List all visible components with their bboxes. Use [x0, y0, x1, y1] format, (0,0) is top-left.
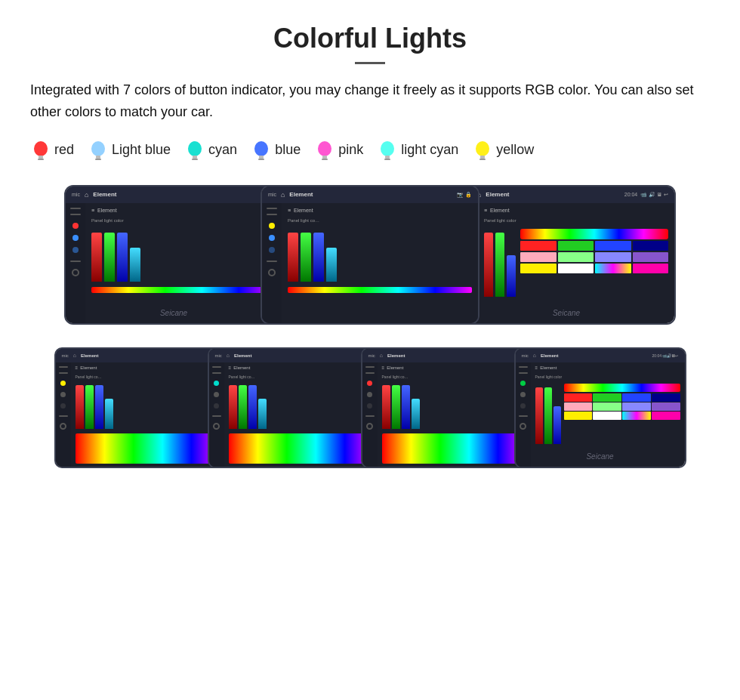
color-label-lightblue: Light blue	[112, 142, 171, 158]
color-indicators-row: red Light blue cyan	[30, 137, 710, 164]
color-item-pink: pink	[314, 137, 363, 164]
screen-bottom-3: mic ⌂ Element 📷 🔒	[361, 347, 533, 468]
page-wrapper: Colorful Lights Integrated with 7 colors…	[0, 0, 740, 506]
pink-bulb-icon	[314, 137, 335, 164]
panel-title-1: Panel light color	[91, 218, 276, 223]
bottom-screens-row: mic ⌂ Element 📷 🔒	[30, 347, 710, 468]
svg-rect-10	[259, 156, 264, 159]
svg-rect-4	[96, 156, 100, 159]
color-item-lightcyan: light cyan	[377, 137, 458, 164]
svg-point-0	[34, 141, 48, 156]
svg-point-12	[318, 141, 331, 156]
svg-rect-1	[39, 156, 43, 159]
watermark-top: Seicane	[553, 309, 580, 317]
lightcyan-bulb-icon	[377, 137, 398, 164]
yellow-bulb-icon	[472, 137, 493, 164]
color-label-red: red	[54, 142, 74, 158]
svg-point-18	[476, 141, 489, 156]
color-label-yellow: yellow	[496, 142, 534, 158]
lightblue-bulb-icon	[88, 137, 109, 164]
color-label-pink: pink	[338, 142, 363, 158]
svg-rect-13	[322, 156, 327, 159]
svg-point-9	[254, 141, 268, 156]
screen-top-3: mic ⌂ Element 20:04 📹 🔊 🖥 ↩	[457, 185, 676, 325]
watermark-1: Seicane	[160, 309, 187, 317]
color-item-lightblue: Light blue	[88, 137, 171, 164]
svg-rect-7	[193, 156, 197, 159]
svg-point-15	[381, 141, 394, 156]
svg-point-6	[188, 141, 202, 156]
color-item-cyan: cyan	[184, 137, 237, 164]
watermark-bottom: Seicane	[586, 452, 613, 461]
screen-bottom-2: mic ⌂ Element 📷 🔒	[208, 347, 380, 468]
screen-bottom-4: mic ⌂ Element 20:04 📹🔊🖥↩	[514, 347, 686, 468]
screen-bottom-1: mic ⌂ Element 📷 🔒	[54, 347, 227, 468]
svg-rect-16	[385, 156, 390, 159]
svg-point-3	[91, 141, 105, 156]
blue-bulb-icon	[251, 137, 272, 164]
description-text: Integrated with 7 colors of button indic…	[30, 79, 710, 123]
red-bulb-icon	[30, 137, 51, 164]
svg-rect-8	[192, 159, 198, 160]
title-divider	[355, 62, 385, 64]
svg-rect-2	[38, 159, 44, 160]
top-screens-row: mic ⌂ Element 📷 🔒	[30, 185, 710, 325]
color-item-red: red	[30, 137, 74, 164]
svg-rect-19	[480, 156, 485, 159]
svg-rect-17	[384, 159, 390, 160]
svg-rect-5	[95, 159, 101, 160]
page-title: Colorful Lights	[30, 23, 710, 54]
svg-rect-20	[479, 159, 486, 160]
color-label-cyan: cyan	[208, 142, 237, 158]
cyan-bulb-icon	[184, 137, 205, 164]
svg-rect-14	[322, 159, 328, 160]
color-item-blue: blue	[251, 137, 301, 164]
screen-top-2: mic ⌂ Element 📷 🔒	[261, 185, 479, 325]
screen-top-1: mic ⌂ Element 📷 🔒	[64, 185, 283, 325]
color-item-yellow: yellow	[472, 137, 534, 164]
color-label-lightcyan: light cyan	[401, 142, 458, 158]
color-label-blue: blue	[275, 142, 301, 158]
svg-rect-11	[258, 159, 264, 160]
